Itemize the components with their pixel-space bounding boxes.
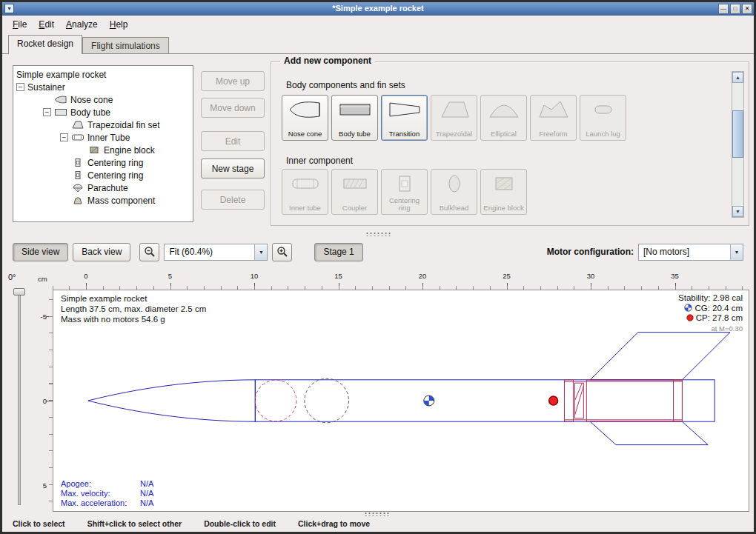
collapse-icon[interactable]: −	[60, 133, 68, 141]
fin-tab-shape	[586, 380, 682, 421]
split-pane-divider[interactable]	[2, 231, 754, 237]
cg-icon	[684, 304, 692, 312]
zoom-in-button[interactable]	[272, 243, 292, 261]
scroll-down-icon[interactable]: ▼	[732, 206, 743, 217]
centering-ring-button[interactable]: Centering ring	[381, 169, 428, 215]
transition-button[interactable]: Transition	[381, 95, 428, 141]
mass-component-shape[interactable]	[305, 378, 349, 423]
cg-marker	[424, 396, 434, 406]
tree-item-body-tube[interactable]: − Body tube	[13, 106, 193, 119]
scrollbar-thumb[interactable]	[732, 110, 743, 158]
close-button[interactable]: ✕	[742, 4, 752, 14]
title-bar: ▾ *Simple example rocket — □ ✕	[2, 2, 754, 16]
rotation-slider[interactable]	[18, 290, 21, 505]
minimize-button[interactable]: —	[718, 4, 729, 14]
stability-label: Stability:	[678, 293, 710, 302]
tree-item-parachute[interactable]: Parachute	[13, 181, 193, 194]
max-acceleration-value: N/A	[140, 498, 153, 508]
apogee-value: N/A	[140, 479, 153, 489]
component-scrollbar[interactable]: ▲ ▼	[732, 71, 744, 218]
horizontal-ruler: 0 5 10 15 20 25 30 35	[53, 271, 749, 290]
ruler-unit-label: cm	[38, 275, 47, 283]
coupler-icon	[338, 173, 372, 194]
scroll-up-icon[interactable]: ▲	[732, 72, 743, 83]
new-stage-button[interactable]: New stage	[201, 158, 265, 178]
tree-item-mass-component[interactable]: Mass component	[13, 194, 193, 207]
tree-item-centering-ring-1[interactable]: Centering ring	[13, 156, 193, 169]
menu-file[interactable]: File	[7, 17, 33, 32]
inner-components[interactable]	[565, 380, 683, 422]
collapse-icon[interactable]: −	[16, 83, 24, 91]
rocket-canvas-area: 0° cm 0 5 10 15 20 25 30 35 -5 0 5	[2, 267, 754, 515]
body-tube-icon	[54, 107, 67, 117]
fin-top-shape	[590, 333, 730, 380]
rocket-design-panel: Simple example rocket − Sustainer Nose c…	[2, 53, 754, 231]
inner-tube-icon	[71, 133, 84, 142]
tree-item-rocket[interactable]: Simple example rocket	[13, 68, 193, 81]
back-view-button[interactable]: Back view	[73, 243, 130, 261]
tree-item-trapezoidal-fin-set[interactable]: Trapezoidal fin set	[13, 119, 193, 131]
centering-ring-icon	[71, 170, 84, 180]
collapse-icon[interactable]: −	[43, 108, 51, 116]
view-toolbar: Side view Back view Fit (60.4%) ▼ Stage …	[2, 237, 754, 267]
freeform-button[interactable]: Freeform	[530, 95, 577, 141]
mass-component-icon	[71, 196, 84, 205]
tree-item-nose-cone[interactable]: Nose cone	[13, 93, 193, 106]
rocket-diagram-canvas[interactable]: Simple example rocket Length 37.5 cm, ma…	[53, 290, 749, 512]
launch-lug-icon	[586, 99, 620, 120]
move-up-button[interactable]: Move up	[201, 71, 265, 91]
inner-tube-button[interactable]: Inner tube	[282, 169, 328, 215]
delete-button[interactable]: Delete	[201, 190, 265, 210]
launch-lug-button[interactable]: Launch lug	[580, 95, 626, 141]
tree-item-sustainer[interactable]: − Sustainer	[13, 81, 193, 93]
centering-ring-shape	[565, 380, 574, 421]
motor-configuration-select[interactable]: [No motors] ▼	[638, 244, 743, 261]
rotation-slider-thumb[interactable]	[13, 288, 25, 296]
coupler-button[interactable]: Coupler	[331, 169, 378, 215]
tree-item-centering-ring-2[interactable]: Centering ring	[13, 169, 193, 181]
rocket-dimensions: Length 37.5 cm, max. diameter 2.5 cm	[61, 304, 206, 314]
status-bar: Click to select Shift+click to select ot…	[2, 515, 754, 532]
menu-analyze[interactable]: Analyze	[60, 17, 104, 32]
centering-ring-shape	[674, 380, 683, 421]
status-tip-drag: Click+drag to move	[298, 519, 370, 528]
nose-cone-button[interactable]: Nose cone	[282, 95, 328, 141]
bulkhead-button[interactable]: Bulkhead	[431, 169, 477, 215]
status-tip-double-click: Double-click to edit	[204, 519, 276, 528]
engine-block-button[interactable]: Engine block	[480, 169, 527, 215]
side-view-button[interactable]: Side view	[13, 243, 68, 261]
tree-item-engine-block[interactable]: Engine block	[13, 144, 193, 156]
maximize-button[interactable]: □	[730, 4, 740, 14]
stage-1-toggle[interactable]: Stage 1	[314, 243, 362, 261]
tree-item-inner-tube[interactable]: − Inner Tube	[13, 131, 193, 144]
group-title: Add new component	[280, 56, 375, 66]
edit-button[interactable]: Edit	[201, 131, 265, 151]
trapezoidal-button[interactable]: Trapezoidal	[431, 95, 477, 141]
menu-help[interactable]: Help	[104, 17, 134, 32]
zoom-out-button[interactable]	[139, 243, 159, 261]
zoom-select[interactable]: Fit (60.4%) ▼	[164, 244, 268, 261]
inner-tube-shape	[565, 381, 683, 420]
cp-icon	[686, 314, 694, 321]
chevron-down-icon[interactable]: ▼	[730, 244, 743, 260]
move-down-button[interactable]: Move down	[201, 98, 265, 118]
menu-edit[interactable]: Edit	[33, 17, 60, 32]
inner-tube-icon	[288, 173, 322, 194]
parachute-shape[interactable]	[255, 380, 296, 421]
divider-grip-icon	[365, 232, 391, 236]
component-tree[interactable]: Simple example rocket − Sustainer Nose c…	[13, 65, 193, 222]
body-tube-button[interactable]: Body tube	[331, 95, 378, 141]
motor-configuration-label: Motor configuration:	[547, 247, 634, 257]
cp-marker	[549, 396, 558, 405]
bulkhead-icon	[437, 173, 471, 194]
elliptical-button[interactable]: Elliptical	[480, 95, 527, 141]
tab-rocket-design[interactable]: Rocket design	[8, 35, 82, 54]
tab-flight-simulations[interactable]: Flight simulations	[82, 37, 169, 53]
rocket-outline[interactable]	[88, 333, 730, 445]
window-title: *Simple example rocket	[2, 4, 754, 13]
body-tube-icon	[338, 99, 372, 120]
chevron-down-icon[interactable]: ▼	[254, 244, 267, 260]
vertical-ruler: -5 0 5	[35, 290, 53, 512]
body-components-label: Body components and fin sets	[286, 80, 405, 90]
max-velocity-label: Max. velocity:	[61, 489, 140, 498]
